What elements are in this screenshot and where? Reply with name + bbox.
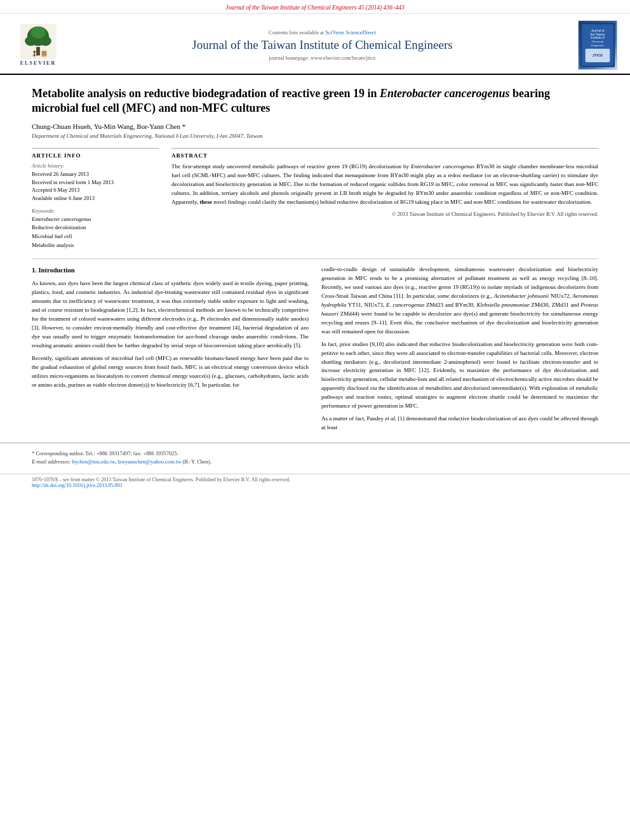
svg-text:Journal of: Journal of [591,29,605,32]
body-left-col: 1. Introduction As known, azo dyes have … [32,265,309,436]
section-divider [32,258,598,259]
affiliation-line: Department of Chemical and Materials Eng… [32,133,598,139]
body-para-2: Recently, significant attentions of micr… [32,354,309,390]
keyword-1: Enterobacter cancerogenus [32,215,159,224]
article-info-panel: ARTICLE INFO Article history: Received 2… [32,148,159,250]
svg-text:Engineers: Engineers [591,44,604,47]
journal-reference-bar: Journal of the Taiwan Institute of Chemi… [0,0,630,14]
abstract-panel: ABSTRACT The first-attempt study uncover… [171,148,598,250]
body-para-5: As a matter of fact, Pandey et al. [1] d… [321,415,598,432]
svg-point-6 [33,51,36,53]
article-title-text-1: Metabolite analysis on reductive biodegr… [32,87,380,100]
svg-text:the Taiwan: the Taiwan [591,33,605,36]
email-link-1[interactable]: bychen@niu.edu.tw [72,458,115,465]
issn-line: 1876-1070/$ – see front matter © 2013 Ta… [32,477,598,483]
copyright-notice: © 2013 Taiwan Institute of Chemical Engi… [171,210,598,218]
article-title-italic: Enterobacter cancerogenus [380,87,510,100]
authors-line: Chung-Chuan Hsueh, Yu-Min Wang, Bor-Yann… [32,123,598,130]
article-content: Metabolite analysis on reductive biodegr… [0,75,630,259]
svg-rect-10 [42,51,47,57]
journal-cover-image: Journal of the Taiwan Institute of Chemi… [578,20,617,70]
revised-date: Received in revised form 1 May 2013 [32,178,159,187]
keyword-4: Metabolite analysis [32,241,159,250]
sciverse-link[interactable]: SciVerse ScienceDirect [325,29,376,36]
elsevier-logo-block: ELSEVIER [13,24,64,66]
journal-homepage-line: journal homepage: www.elsevier.com/locat… [76,55,568,61]
bottom-info-bar: 1876-1070/$ – see front matter © 2013 Ta… [0,474,630,491]
email-addresses-note: E-mail addresses: bychen@niu.edu.tw, bor… [32,458,598,466]
body-right-col: cradle-to-cradle design of sustainable d… [321,265,598,436]
journal-title-main: Journal of the Taiwan Institute of Chemi… [76,38,568,53]
keyword-2: Reductive decolorization [32,223,159,232]
svg-rect-1 [36,47,40,55]
email-link-2[interactable]: boryannchen@yahoo.com.tw [117,458,181,465]
abstract-body: The first-attempt study uncovered metabo… [171,163,598,219]
intro-heading: 1. Introduction [32,265,309,276]
online-date: Available online 6 June 2013 [32,194,159,203]
journal-title-block: Contents lists available at SciVerse Sci… [76,29,568,61]
history-label: Article history: [32,163,159,169]
article-info-abstract-block: ARTICLE INFO Article history: Received 2… [32,148,598,250]
doi-link[interactable]: http://dx.doi.org/10.1016/j.jtice.2013.0… [32,483,122,488]
svg-point-5 [31,27,46,39]
body-para-1: As known, azo dyes have been the largest… [32,279,309,350]
corresponding-author-note: * Corresponding author. Tel.: +886 39317… [32,450,598,458]
body-text-section: 1. Introduction As known, azo dyes have … [0,265,630,436]
svg-text:Institute of: Institute of [591,36,605,39]
journal-header: ELSEVIER Contents lists available at Sci… [0,14,630,75]
svg-text:Chemical: Chemical [592,40,603,43]
keyword-3: Microbial fuel cell [32,232,159,241]
body-para-4: In fact, prior studies [9,10] also indic… [321,340,598,411]
elsevier-wordmark: ELSEVIER [20,60,56,66]
article-info-heading: ARTICLE INFO [32,152,159,159]
footnotes-section: * Corresponding author. Tel.: +886 39317… [0,443,630,470]
received-date: Received 26 January 2013 [32,170,159,178]
contents-available-line: Contents lists available at SciVerse Sci… [76,29,568,36]
svg-text:JTICE: JTICE [593,53,603,57]
abstract-heading: ABSTRACT [171,152,598,159]
journal-ref-text: Journal of the Taiwan Institute of Chemi… [225,4,404,11]
keywords-heading: Keywords: [32,208,159,214]
elsevier-tree-icon [19,24,57,59]
body-para-3: cradle-to-cradle design of sustainable d… [321,265,598,337]
article-title: Metabolite analysis on reductive biodegr… [32,86,598,116]
journal-cover-svg: Journal of the Taiwan Institute of Chemi… [580,22,615,68]
accepted-date: Accepted 6 May 2013 [32,186,159,194]
abstract-text-content: The first-attempt study uncovered metabo… [171,163,598,205]
